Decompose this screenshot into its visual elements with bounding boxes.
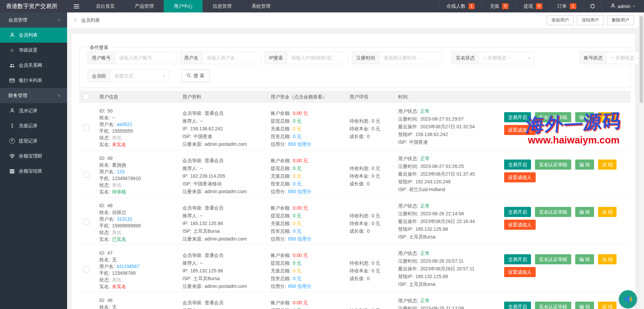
register-time: 2023-08-25 21:12:09 <box>420 306 464 309</box>
edit-button[interactable]: 编 辑 <box>575 160 594 170</box>
edit-button[interactable]: 编 辑 <box>575 254 594 264</box>
recharge-total[interactable]: 0 元 <box>293 221 302 226</box>
nav-item-products[interactable]: 产品管理 <box>125 0 164 12</box>
realname-status-field: 实名状态 -- 全部状态 -- ▼ <box>451 51 534 64</box>
admin-menu[interactable]: admin ∧ <box>601 0 644 12</box>
sidebar-group-finance-management[interactable]: 财务管理 ∨ <box>0 88 67 103</box>
username-link[interactable]: 313131 <box>117 216 132 222</box>
account-input[interactable] <box>115 52 176 64</box>
stat-online-users[interactable]: 在线人数 1 <box>439 0 482 12</box>
register-isp: 中国香港移动 <box>193 181 221 186</box>
realname-audit-button[interactable]: 实名认证审核 <box>535 160 571 170</box>
withdraw-total[interactable]: 0 元 <box>293 118 302 124</box>
set-fake-button[interactable]: 设置成假人 <box>504 172 536 182</box>
account-balance[interactable]: 0.00 元 <box>293 253 308 258</box>
withdraw-total[interactable]: 0 元 <box>293 260 302 266</box>
login-isp: 土耳其Bursa <box>409 281 435 287</box>
regtime-input[interactable] <box>379 52 442 64</box>
account-balance[interactable]: 0.00 元 <box>293 158 308 163</box>
sidebar-item-flow-records[interactable]: 流水记录 <box>0 103 67 118</box>
sidebar-item-level-settings[interactable]: 等级设置 <box>0 43 67 58</box>
credit-score[interactable]: 650 信用分 <box>288 141 311 147</box>
username-input[interactable] <box>203 52 261 64</box>
trade-toggle-button[interactable]: 交易开启 <box>504 112 531 122</box>
stat-recharge[interactable]: 充值 0 <box>482 0 516 12</box>
stat-orders[interactable]: 订单 1 <box>550 0 584 12</box>
withdraw-total[interactable]: 0 元 <box>293 308 302 309</box>
withdraw-total[interactable]: 0 元 <box>293 166 302 171</box>
add-user-button[interactable]: 添加用户 <box>547 15 574 25</box>
freeze-button[interactable]: 冻 结 <box>598 160 617 170</box>
account-balance[interactable]: 0.00 元 <box>293 205 308 211</box>
row-checkbox[interactable] <box>83 266 89 272</box>
set-fake-button[interactable]: 设置成假人 <box>504 220 536 230</box>
recharge-total[interactable]: 0 元 <box>293 173 302 179</box>
invest-total[interactable]: 0 元 <box>293 134 302 139</box>
credit-score[interactable]: 650 信用分 <box>288 236 311 241</box>
username-link[interactable]: 123 <box>117 169 124 174</box>
username-link[interactable]: aa3521 <box>117 122 132 127</box>
edit-button[interactable]: 编 辑 <box>575 112 594 122</box>
row-checkbox[interactable] <box>83 219 89 225</box>
set-fake-button[interactable]: 设置成假人 <box>504 267 536 277</box>
account-balance[interactable]: 0.00 元 <box>293 111 308 116</box>
invest-total[interactable]: 0 元 <box>293 276 302 281</box>
nav-item-home[interactable]: 后台首页 <box>86 0 125 12</box>
realname-audit-button[interactable]: 实名认证审核 <box>535 207 571 217</box>
freeze-button[interactable]: 冻 结 <box>598 254 617 264</box>
ip-search-input[interactable] <box>287 52 348 64</box>
username-link[interactable]: lcl1234567 <box>117 264 140 269</box>
search-button[interactable]: 搜 索 <box>181 70 210 82</box>
realname-audit-button[interactable]: 实名认证审核 <box>535 254 571 264</box>
sidebar-item-member-network[interactable]: 会员关系网 <box>0 58 67 73</box>
broadcast-button[interactable] <box>619 290 637 308</box>
user-funds-cell: 账户余额:0.00 元 提现总额:0 元 充值总额:0 元 投资总额:0 元 信… <box>271 252 311 290</box>
invest-total[interactable]: 0 元 <box>293 181 302 186</box>
member-group-select[interactable]: 全部方式 ▼ <box>110 70 169 82</box>
nav-item-user-center[interactable]: 用户中心 <box>164 0 203 12</box>
sidebar-group-member-management[interactable]: 会员管理 ∨ <box>0 12 67 28</box>
sidebar-item-yuebao-settlement[interactable]: 余额宝结算 <box>0 164 67 179</box>
trade-toggle-button[interactable]: 交易开启 <box>504 160 531 170</box>
freeze-button[interactable]: 冻 结 <box>598 302 617 309</box>
realname-audit-button[interactable]: 实名认证审核 <box>535 302 571 309</box>
realname-audit-button[interactable]: 实名认证审核 <box>535 112 571 122</box>
hamburger-icon[interactable] <box>67 0 86 12</box>
ip-field: IP搜索 <box>265 51 348 64</box>
row-actions: 交易开启 实名认证审核 编 辑 冻 结 设置成假人 <box>504 160 619 182</box>
edit-button[interactable]: 编 辑 <box>575 302 594 309</box>
credit-score[interactable]: 650 信用分 <box>288 189 311 194</box>
freeze-user-button[interactable]: 冻结用户 <box>577 15 604 25</box>
refresh-icon[interactable] <box>584 0 601 12</box>
set-fake-button[interactable]: 设置成假人 <box>504 125 536 135</box>
recharge-total[interactable]: 0 元 <box>293 126 302 131</box>
account-balance[interactable]: 0.00 元 <box>293 300 308 305</box>
sidebar-item-yuebao-finance[interactable]: 余额宝理财 <box>0 148 67 164</box>
invest-total[interactable]: 0 元 <box>293 228 302 234</box>
pending-principal: 0 元 <box>372 221 380 226</box>
nav-item-information[interactable]: 信息管理 <box>203 0 241 12</box>
stat-withdraw[interactable]: 提现 0 <box>516 0 550 12</box>
header-checkbox[interactable] <box>83 94 89 100</box>
row-checkbox[interactable] <box>83 172 89 178</box>
sidebar-item-bank-card-list[interactable]: 银行卡列表 <box>0 73 67 88</box>
username-field: 用户名 <box>180 51 261 64</box>
sidebar-item-recharge-records[interactable]: 充值记录 <box>0 118 67 133</box>
freeze-button[interactable]: 冻 结 <box>598 207 617 217</box>
delete-user-button[interactable]: 删除用户 <box>607 15 634 25</box>
row-checkbox[interactable] <box>83 124 89 130</box>
scrollbar-thumb[interactable] <box>640 16 643 103</box>
sidebar-item-withdraw-records[interactable]: 提现记录 <box>0 133 67 148</box>
trade-toggle-button[interactable]: 交易开启 <box>504 207 531 217</box>
time-cell: 用户状态:正常 注册时间:2023-08-27 01:29:07 最近操作:20… <box>398 107 475 146</box>
trade-toggle-button[interactable]: 交易开启 <box>504 302 531 309</box>
trade-toggle-button[interactable]: 交易开启 <box>504 254 531 264</box>
sidebar-item-member-list[interactable]: 会员列表 <box>0 28 67 43</box>
realname-status-select[interactable]: -- 全部状态 -- ▼ <box>479 52 534 64</box>
edit-button[interactable]: 编 辑 <box>575 207 594 217</box>
recharge-total[interactable]: 0 元 <box>293 268 302 273</box>
withdraw-total[interactable]: 0 元 <box>293 213 302 218</box>
credit-score[interactable]: 650 信用分 <box>288 283 311 289</box>
nav-item-system[interactable]: 系统管理 <box>241 0 280 12</box>
freeze-button[interactable]: 冻 结 <box>598 112 617 122</box>
